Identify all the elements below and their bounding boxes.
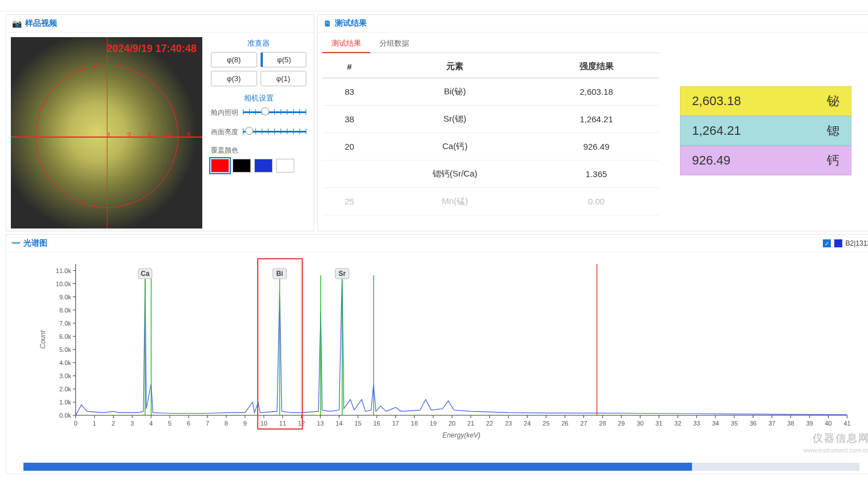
tab[interactable]: 分组数据: [370, 35, 418, 53]
brightness-label: 画面亮度: [211, 127, 243, 137]
column-header: 元素: [377, 55, 533, 78]
spectrum-scrollbar[interactable]: [23, 463, 859, 471]
collimator-button[interactable]: φ(5): [261, 52, 307, 67]
svg-text:Bi: Bi: [276, 270, 283, 278]
spectrum-chart[interactable]: 0.0k1.0k2.0k3.0k4.0k5.0k6.0k7.0k8.0k9.0k…: [29, 258, 859, 441]
svg-text:10: 10: [261, 420, 267, 427]
svg-text:Sr: Sr: [338, 270, 346, 278]
cell: 1.365: [533, 161, 659, 188]
legend-swatch: [834, 239, 842, 247]
svg-text:0: 0: [74, 420, 77, 427]
block-element: 锶: [817, 122, 839, 139]
cell: 25: [322, 188, 377, 215]
svg-text:25: 25: [543, 420, 550, 427]
svg-text:11: 11: [279, 420, 286, 427]
collimator-button[interactable]: φ(1): [261, 71, 307, 86]
sample-video-panel: 📷 样品视频 2024/9/19 17:40:48 12345 准直器 φ(8)…: [6, 14, 314, 231]
tab[interactable]: 测试结果: [322, 35, 370, 53]
svg-text:36: 36: [750, 420, 757, 427]
svg-text:0.0k: 0.0k: [59, 412, 71, 419]
ruler-tick: 4: [167, 131, 171, 139]
table-row[interactable]: 25Mn(锰)0.00: [322, 188, 659, 215]
camera-icon: 📷: [12, 19, 22, 28]
block-value: 1,264.21: [692, 123, 817, 138]
table-row[interactable]: 83Bi(铋)2,603.18: [322, 78, 659, 106]
svg-text:9: 9: [243, 420, 247, 427]
ruler-tick: 3: [147, 131, 151, 139]
svg-text:18: 18: [411, 420, 418, 427]
scrollbar-thumb[interactable]: [23, 463, 692, 471]
svg-text:28: 28: [599, 420, 606, 427]
svg-text:10.0k: 10.0k: [56, 280, 71, 287]
cell: 1,264.21: [533, 106, 659, 133]
svg-text:1: 1: [93, 420, 96, 427]
table-row[interactable]: 38Sr(锶)1,264.21: [322, 106, 659, 133]
cell: Ca(钙): [377, 133, 533, 161]
panel-title: 测试结果: [335, 18, 367, 29]
svg-text:20: 20: [449, 420, 455, 427]
svg-text:Ca: Ca: [141, 270, 150, 278]
color-swatch[interactable]: [276, 159, 294, 173]
cell: [322, 161, 377, 188]
svg-text:31: 31: [655, 420, 662, 427]
illum-slider[interactable]: [243, 107, 306, 118]
svg-text:29: 29: [618, 420, 625, 427]
color-swatch[interactable]: [211, 159, 229, 173]
ruler-tick: 1: [107, 131, 111, 139]
svg-text:23: 23: [505, 420, 512, 427]
svg-text:13: 13: [317, 420, 323, 427]
svg-text:14: 14: [335, 420, 342, 427]
tabs: 测试结果分组数据: [322, 35, 659, 53]
spectrum-icon: 〰: [12, 239, 20, 248]
overlay-color-row: [211, 159, 306, 173]
svg-text:11.0k: 11.0k: [56, 267, 71, 274]
legend-checkbox[interactable]: ✓: [823, 239, 831, 247]
svg-text:27: 27: [580, 420, 587, 427]
block-element: 钙: [817, 152, 839, 169]
svg-text:16: 16: [373, 420, 380, 427]
svg-text:35: 35: [731, 420, 738, 427]
cell: 83: [322, 78, 377, 106]
panel-header: 〰 光谱图 ✓ B2|1313: [6, 235, 868, 252]
result-block: 926.49钙: [680, 146, 851, 175]
video-timestamp: 2024/9/19 17:40:48: [107, 43, 197, 55]
list-icon: 🗎: [323, 19, 331, 28]
brightness-slider[interactable]: [243, 126, 306, 138]
svg-text:5.0k: 5.0k: [59, 346, 71, 353]
watermark: 仪器信息网 www.instrument.com.cn: [803, 431, 868, 455]
svg-text:3.0k: 3.0k: [59, 372, 71, 379]
svg-text:37: 37: [769, 420, 775, 427]
result-block: 1,264.21锶: [680, 116, 851, 146]
cell: 20: [322, 133, 377, 161]
table-row[interactable]: 锶钙(Sr/Ca)1.365: [322, 161, 659, 188]
spectrum-panel: 〰 光谱图 ✓ B2|1313 0.0k1.0k2.0k3.0k4.0k5.0k…: [6, 234, 868, 474]
svg-text:41: 41: [843, 420, 850, 427]
panel-title: 样品视频: [25, 18, 57, 29]
table-row[interactable]: 20Ca(钙)926.49: [322, 133, 659, 161]
svg-text:4: 4: [149, 420, 153, 427]
svg-text:5: 5: [168, 420, 171, 427]
svg-text:19: 19: [430, 420, 437, 427]
collimator-title: 准直器: [211, 38, 306, 49]
svg-text:32: 32: [674, 420, 681, 427]
cell: 38: [322, 106, 377, 133]
svg-text:8: 8: [225, 420, 228, 427]
svg-text:Energy(keV): Energy(keV): [442, 431, 481, 439]
color-swatch[interactable]: [233, 159, 251, 173]
collimator-button[interactable]: φ(3): [211, 71, 257, 86]
collimator-button[interactable]: φ(8): [211, 52, 257, 67]
camera-title: 相机设置: [211, 93, 306, 103]
panel-header: 📷 样品视频: [6, 15, 314, 33]
color-swatch[interactable]: [254, 159, 273, 173]
legend-label: B2|1313: [846, 239, 869, 247]
column-header: 强度结果: [533, 55, 659, 78]
svg-text:33: 33: [693, 420, 700, 427]
cell: 926.49: [533, 133, 659, 161]
collimator-grid: φ(8)φ(5)φ(3)φ(1): [211, 52, 306, 86]
svg-text:8.0k: 8.0k: [59, 307, 71, 314]
sample-video-viewport[interactable]: 2024/9/19 17:40:48 12345: [11, 37, 202, 229]
svg-text:39: 39: [806, 420, 813, 427]
svg-text:34: 34: [712, 420, 719, 427]
svg-text:24: 24: [524, 420, 531, 427]
block-element: 铋: [817, 93, 839, 110]
